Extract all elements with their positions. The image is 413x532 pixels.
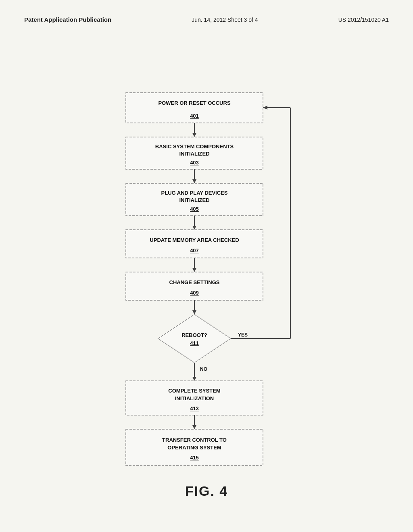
- svg-text:INITIALIZATION: INITIALIZATION: [175, 395, 214, 401]
- svg-text:COMPLETE SYSTEM: COMPLETE SYSTEM: [168, 388, 220, 394]
- svg-text:401: 401: [190, 113, 199, 119]
- svg-marker-34: [263, 106, 267, 110]
- svg-rect-5: [126, 137, 263, 169]
- svg-text:409: 409: [190, 290, 199, 296]
- svg-text:INITIALIZED: INITIALIZED: [179, 151, 209, 157]
- svg-rect-17: [126, 230, 263, 258]
- svg-text:POWER OR RESET OCCURS: POWER OR RESET OCCURS: [158, 100, 230, 106]
- svg-text:FIG. 4: FIG. 4: [185, 483, 228, 499]
- svg-marker-16: [192, 226, 196, 230]
- svg-marker-27: [158, 314, 231, 363]
- svg-marker-10: [192, 179, 196, 183]
- svg-text:UPDATE MEMORY AREA CHECKED: UPDATE MEMORY AREA CHECKED: [150, 237, 239, 243]
- svg-rect-0: [126, 93, 263, 123]
- svg-rect-11: [126, 183, 263, 216]
- svg-text:405: 405: [190, 206, 199, 212]
- svg-text:TRANSFER CONTROL TO: TRANSFER CONTROL TO: [162, 437, 227, 443]
- svg-text:BASIC SYSTEM COMPONENTS: BASIC SYSTEM COMPONENTS: [155, 143, 234, 150]
- svg-text:413: 413: [190, 405, 199, 411]
- header-date-sheet: Jun. 14, 2012 Sheet 3 of 4: [192, 17, 258, 23]
- svg-text:OPERATING SYSTEM: OPERATING SYSTEM: [167, 445, 221, 451]
- svg-marker-4: [192, 133, 196, 137]
- svg-text:INITIALIZED: INITIALIZED: [179, 197, 209, 203]
- svg-text:411: 411: [190, 340, 199, 346]
- svg-text:415: 415: [190, 455, 199, 461]
- svg-text:403: 403: [190, 160, 199, 166]
- svg-marker-43: [192, 425, 196, 429]
- svg-rect-44: [126, 429, 263, 466]
- header: Patent Application Publication Jun. 14, …: [0, 16, 413, 23]
- svg-rect-38: [126, 381, 263, 415]
- svg-text:407: 407: [190, 247, 199, 254]
- svg-marker-26: [192, 310, 196, 314]
- svg-text:CHANGE SETTINGS: CHANGE SETTINGS: [169, 279, 220, 285]
- flowchart-svg: POWER OR RESET OCCURS 401 BASIC SYSTEM C…: [0, 40, 413, 516]
- svg-text:YES: YES: [238, 332, 248, 338]
- svg-marker-21: [192, 268, 196, 272]
- page: Patent Application Publication Jun. 14, …: [0, 0, 413, 532]
- svg-marker-37: [192, 377, 196, 381]
- svg-text:REBOOT?: REBOOT?: [181, 332, 207, 338]
- svg-text:NO: NO: [200, 366, 207, 372]
- svg-rect-22: [126, 272, 263, 300]
- svg-text:PLUG AND PLAY DEVICES: PLUG AND PLAY DEVICES: [161, 190, 228, 196]
- header-title: Patent Application Publication: [24, 16, 111, 23]
- header-patent-num: US 2012/151020 A1: [338, 17, 389, 23]
